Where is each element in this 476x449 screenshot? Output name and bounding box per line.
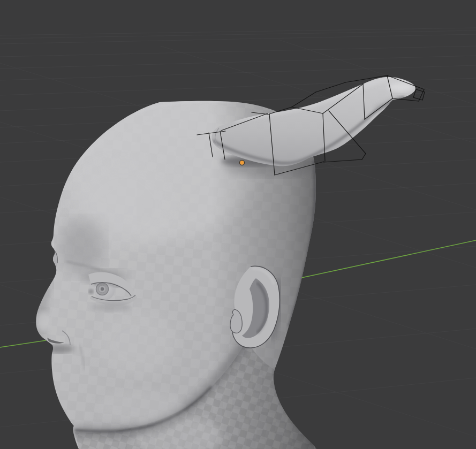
nose-tip-highlight [36, 311, 51, 331]
jaw-highlight [97, 390, 183, 422]
pupil [101, 287, 104, 291]
temple-shade [59, 219, 104, 275]
viewport-canvas[interactable] [0, 0, 476, 449]
cheek-highlight [96, 309, 177, 376]
under-eye-shade [92, 303, 130, 311]
viewport-3d[interactable] [0, 0, 476, 449]
object-origin-dot[interactable] [240, 161, 244, 165]
eye-inner-corner-shadow [88, 289, 94, 294]
